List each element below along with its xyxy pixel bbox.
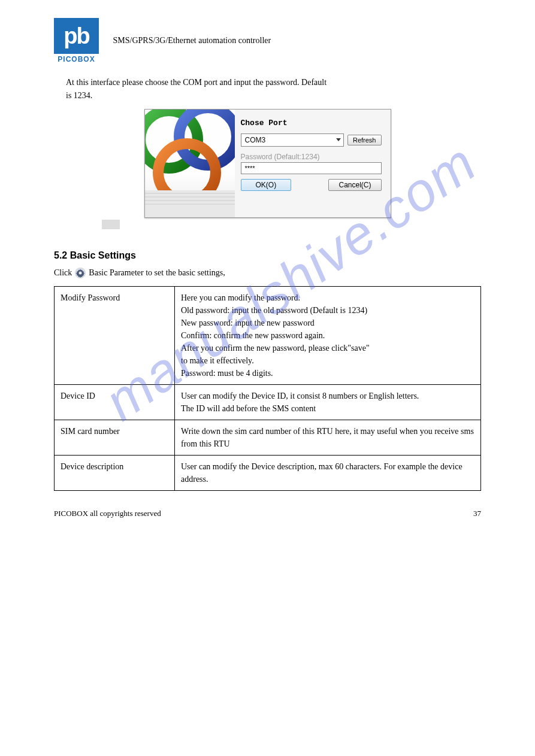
intro-line1: At this interface please choose the COM … [66, 78, 327, 87]
password-label: Password (Default:1234) [241, 153, 382, 161]
cell-details: Write down the sim card number of this R… [175, 420, 481, 455]
logo: pb PICOBOX [54, 18, 99, 63]
intro-text: At this interface please choose the COM … [66, 76, 481, 103]
cell-item: Modify Password [55, 286, 175, 384]
section-heading-basic-settings: 5.2 Basic Settings [54, 250, 481, 261]
dialog-title: Chose Port [241, 119, 382, 127]
cell-item: Device ID [55, 384, 175, 420]
page-number: 37 [473, 509, 481, 518]
chevron-down-icon [336, 138, 341, 141]
logo-text: PICOBOX [54, 55, 99, 63]
port-combobox[interactable]: COM3 [241, 133, 344, 147]
ok-button[interactable]: OK(O) [241, 179, 292, 191]
port-value: COM3 [245, 136, 266, 144]
placeholder-grey-block [102, 220, 120, 229]
gear-icon [74, 267, 86, 279]
table-row: Device ID User can modify the Device ID,… [55, 384, 481, 420]
table-row: Modify Password Here you can modify the … [55, 286, 481, 384]
cell-item: SIM card number [55, 420, 175, 455]
subline-suffix: Basic Parameter to set the basic setting… [89, 268, 225, 278]
footer-copyright: PICOBOX all copyrights reserved [54, 509, 161, 518]
cell-details: Here you can modify the password. Old pa… [175, 286, 481, 384]
header-row: pb PICOBOX SMS/GPRS/3G/Ethernet automati… [54, 18, 481, 64]
password-value: **** [245, 165, 255, 172]
cancel-button[interactable]: Cancel(C) [328, 179, 381, 191]
logo-mark: pb [54, 18, 99, 54]
cell-details: User can modify the Device ID, it consis… [175, 384, 481, 420]
basic-settings-subline: Click Basic Parameter to set the basic s… [54, 267, 481, 279]
password-input[interactable]: **** [241, 162, 382, 174]
header-title: SMS/GPRS/3G/Ethernet automation controll… [113, 36, 271, 45]
rings-graphic [145, 110, 235, 217]
intro-line2: is 1234. [66, 91, 92, 100]
basic-params-table: Modify Password Here you can modify the … [54, 286, 481, 491]
svg-point-9 [79, 271, 82, 274]
cell-item: Device description [55, 455, 175, 490]
table-row: SIM card number Write down the sim card … [55, 420, 481, 455]
refresh-button[interactable]: Refresh [347, 135, 382, 145]
cell-details: User can modify the Device description, … [175, 455, 481, 490]
choose-port-dialog: Chose Port COM3 Refresh Password (Defaul… [144, 109, 391, 218]
subline-prefix: Click [54, 268, 72, 278]
table-row: Device description User can modify the D… [55, 455, 481, 490]
footer: PICOBOX all copyrights reserved 37 [54, 509, 481, 518]
